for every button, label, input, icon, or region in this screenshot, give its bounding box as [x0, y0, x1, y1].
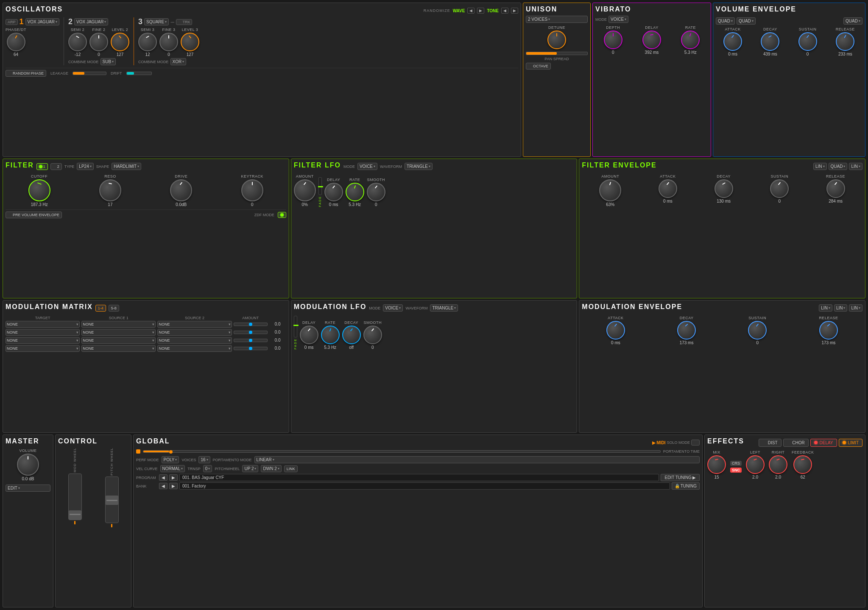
filter-lfo-mode-dropdown[interactable]: VOICE ▾: [357, 163, 377, 170]
matrix-row4-source1[interactable]: NONE▾: [81, 345, 156, 352]
fx-feedback-knob[interactable]: FEEDBACK 62: [792, 450, 814, 479]
bank-next-btn[interactable]: ▶: [169, 483, 178, 489]
fx-mix-knob[interactable]: MIX 15: [707, 450, 726, 479]
vol-env-curve1-dropdown[interactable]: QUAD ▾: [716, 17, 735, 25]
matrix-row4-target[interactable]: NONE▾: [6, 345, 80, 352]
vol-release-knob[interactable]: RELEASE 233 ms: [836, 27, 855, 56]
cutoff-knob[interactable]: CUTOFF 187.3 Hz: [28, 174, 50, 207]
program-next-btn[interactable]: ▶: [169, 474, 178, 481]
phase-dt-knob[interactable]: PHASE/DT 64: [6, 28, 26, 57]
vibrato-delay-knob[interactable]: DELAY 392 ms: [642, 25, 661, 55]
matrix-row3-source1[interactable]: NONE▾: [81, 337, 156, 344]
master-volume-knob[interactable]: VOLUME 0.0 dB: [6, 448, 50, 481]
drift-slider[interactable]: [126, 72, 152, 75]
mod-lfo-rate-knob[interactable]: RATE 5.3 Hz: [321, 320, 340, 350]
combine-mode-1-dropdown[interactable]: SUB ▾: [100, 58, 116, 65]
vol-attack-knob[interactable]: ATTACK 0 ms: [723, 27, 742, 56]
tone-next-btn[interactable]: ▶: [511, 8, 518, 14]
filter-type-dropdown[interactable]: LP24 ▾: [77, 163, 93, 170]
trnsp-dropdown[interactable]: 0 ▾: [203, 465, 212, 472]
osc1-type-dropdown[interactable]: VOX JAGUAR ▾: [25, 18, 59, 25]
vol-sustain-knob[interactable]: SUSTAIN 0: [798, 27, 817, 56]
link-btn[interactable]: LINK: [284, 465, 298, 472]
matrix-row1-source2[interactable]: NONE▾: [157, 321, 232, 328]
vol-decay-knob[interactable]: DECAY 439 ms: [761, 27, 779, 56]
osc3-type-dropdown[interactable]: SQUARE ▾: [144, 18, 169, 25]
vibrato-rate-knob[interactable]: RATE 5.3 Hz: [681, 25, 700, 55]
semi2-knob[interactable]: SEMI 2 -12: [68, 28, 87, 57]
filter-env-amount-knob[interactable]: AMOUNT 63%: [599, 174, 621, 207]
voices-dropdown[interactable]: 16 ▾: [198, 456, 210, 463]
vol-env-curve2-dropdown[interactable]: QUAD ▾: [737, 17, 756, 25]
filter-env-curve3-dropdown[interactable]: LIN ▾: [849, 163, 862, 170]
matrix-row3-slider[interactable]: [234, 339, 268, 342]
mod-wheel[interactable]: [68, 474, 82, 520]
filter-env-release-knob[interactable]: RELEASE 284 ms: [826, 174, 845, 207]
matrix-row1-target[interactable]: NONE▾: [6, 321, 80, 328]
filter-env-sustain-knob[interactable]: SUSTAIN 0: [770, 174, 789, 207]
mod-env-decay-knob[interactable]: DECAY 173 ms: [677, 316, 696, 345]
mod-env-curve2-dropdown[interactable]: LIN ▾: [834, 304, 848, 312]
random-phase-btn[interactable]: RANDOM PHASE: [6, 70, 46, 77]
matrix-row2-slider[interactable]: [234, 331, 268, 334]
arp-toggle[interactable]: ARP: [6, 19, 18, 25]
solo-mode-btn[interactable]: [691, 440, 700, 446]
matrix-row1-slider[interactable]: [234, 323, 268, 326]
trk-toggle[interactable]: TRK: [176, 19, 192, 25]
filter-lfo-smooth-knob[interactable]: SMOOTH 0: [367, 178, 385, 207]
edit-tuning-btn[interactable]: EDIT TUNING ▶: [661, 474, 700, 481]
semi3-knob[interactable]: SEMI 3 12: [138, 28, 157, 57]
vibrato-mode-dropdown[interactable]: VOICE ▾: [608, 16, 628, 23]
leakage-slider[interactable]: [73, 72, 106, 75]
unison-voices-dropdown[interactable]: 2 VOICES ▾: [526, 16, 588, 23]
mod-env-sustain-knob[interactable]: SUSTAIN 0: [748, 316, 767, 345]
filter-lfo-rate-knob[interactable]: RATE 5.3 Hz: [346, 178, 364, 207]
zdf-mode-btn[interactable]: [278, 212, 286, 218]
matrix-row2-target[interactable]: NONE▾: [6, 329, 80, 336]
mod-matrix-tab2-btn[interactable]: 5-8: [109, 305, 119, 312]
level2-knob[interactable]: LEVEL 2 127: [111, 28, 129, 57]
filter-lfo-wave-dropdown[interactable]: TRIANGLE ▾: [405, 163, 433, 170]
pitchwheel-dwn-dropdown[interactable]: DWN 2 ▾: [261, 465, 281, 472]
fx-right-knob[interactable]: RIGHT 2.0: [769, 450, 787, 479]
mod-env-curve3-dropdown[interactable]: LIN ▾: [849, 304, 862, 312]
limit-btn[interactable]: LIMIT: [839, 439, 862, 447]
matrix-row3-source2[interactable]: NONE▾: [157, 337, 232, 344]
filter-lfo-amount-knob[interactable]: AMOUNT 0%: [294, 174, 316, 207]
wave-next-btn[interactable]: ▶: [477, 8, 484, 14]
delay-btn[interactable]: DELAY: [810, 439, 837, 447]
osc2-type-dropdown[interactable]: VOX JAGUAR ▾: [74, 18, 108, 25]
pitchwheel-up-dropdown[interactable]: UP 2 ▾: [242, 465, 258, 472]
reso-knob[interactable]: RESO 17: [99, 174, 121, 207]
wave-prev-btn[interactable]: ◀: [467, 8, 474, 14]
level3-knob[interactable]: LEVEL 3 127: [181, 28, 199, 57]
master-edit-dropdown[interactable]: EDIT ▾: [6, 485, 50, 492]
tuning-btn[interactable]: 🔒 TUNING: [672, 482, 700, 490]
mod-lfo-delay-knob[interactable]: DELAY 0 ms: [300, 320, 318, 350]
octave-btn[interactable]: OCTAVE: [526, 63, 551, 70]
matrix-row3-target[interactable]: NONE▾: [6, 337, 80, 344]
drive-knob[interactable]: DRIVE 0.0dB: [170, 174, 192, 207]
vibrato-depth-knob[interactable]: DEPTH 0: [604, 25, 622, 55]
filter-env-curve2-dropdown[interactable]: QUAD ▾: [829, 163, 848, 170]
pre-volume-btn[interactable]: PRE VOLUME ENVELOPE: [6, 212, 62, 218]
bank-prev-btn[interactable]: ◀: [159, 483, 167, 489]
filter1-btn[interactable]: 1: [36, 163, 48, 170]
filter-env-decay-knob[interactable]: DECAY 130 ms: [714, 174, 733, 207]
fx-left-knob[interactable]: LEFT 2.0: [746, 450, 765, 479]
keytrack-knob[interactable]: KEYTRACK 0: [241, 174, 263, 207]
filter-lfo-delay-knob[interactable]: DELAY 0 ms: [324, 178, 343, 207]
pitch-wheel[interactable]: [105, 476, 119, 523]
mod-lfo-decay-knob[interactable]: DECAY off: [342, 320, 361, 350]
mod-env-curve1-dropdown[interactable]: LIN ▾: [819, 304, 832, 312]
vol-env-curve3-dropdown[interactable]: QUAD ▾: [843, 17, 862, 25]
filter2-btn[interactable]: 2: [50, 163, 62, 170]
portamento-time-slider[interactable]: [143, 450, 661, 453]
fine3-knob[interactable]: FINE 3 0: [159, 28, 178, 57]
matrix-row2-source2[interactable]: NONE▾: [157, 329, 232, 336]
mod-matrix-tab1-btn[interactable]: 1-4: [95, 305, 106, 312]
tone-prev-btn[interactable]: ◀: [501, 8, 508, 14]
portamento-mode-dropdown[interactable]: LINEAR ▾: [254, 456, 700, 463]
perf-mode-dropdown[interactable]: POLY ▾: [162, 456, 179, 463]
mod-env-release-knob[interactable]: RELEASE 173 ms: [819, 316, 838, 345]
